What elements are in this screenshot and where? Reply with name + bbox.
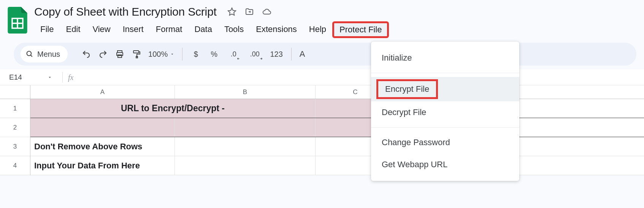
cell-a1-merged[interactable]: URL to Encrypt/Decrypt - (30, 99, 316, 118)
svg-rect-9 (133, 51, 139, 53)
dropdown-item-encrypt-file[interactable]: Encrypt File (376, 79, 438, 99)
font-family-dropdown[interactable]: A (297, 49, 308, 59)
protect-file-dropdown: Initialize Encrypt File Decrypt File Cha… (371, 42, 519, 181)
dropdown-item-change-password[interactable]: Change Password (371, 131, 519, 154)
search-icon (26, 50, 33, 58)
paint-format-button[interactable] (129, 47, 144, 61)
menubar: File Edit View Insert Format Data Tools … (34, 21, 636, 38)
decrease-decimal-button[interactable]: .0 (224, 47, 243, 61)
percent-format-button[interactable]: % (206, 50, 222, 59)
move-to-folder-icon[interactable] (245, 7, 254, 16)
row-header-1[interactable]: 1 (0, 99, 30, 118)
undo-icon (82, 50, 91, 59)
chevron-down-icon (170, 52, 174, 56)
svg-line-5 (31, 55, 32, 57)
cell-a4[interactable]: Input Your Data From Here (30, 156, 175, 175)
cell-b3[interactable] (175, 137, 316, 156)
dropdown-item-get-webapp-url[interactable]: Get Webapp URL (371, 154, 519, 176)
col-header-a[interactable]: A (30, 85, 175, 99)
cell-b4[interactable] (175, 156, 316, 175)
number-format-button[interactable]: 123 (267, 50, 286, 59)
zoom-dropdown[interactable]: 100% (146, 50, 177, 59)
menu-help[interactable]: Help (303, 21, 332, 38)
dropdown-item-initialize[interactable]: Initialize (371, 47, 519, 69)
menu-format[interactable]: Format (150, 21, 189, 38)
cell-b2[interactable] (175, 118, 316, 137)
row-header-3[interactable]: 3 (0, 137, 30, 156)
menu-file[interactable]: File (34, 21, 60, 38)
increase-decimal-button[interactable]: .00 (245, 47, 265, 61)
menus-search-chip[interactable]: Menus (21, 46, 68, 62)
redo-icon (98, 50, 108, 59)
menus-label: Menus (37, 50, 60, 59)
chevron-down-icon (47, 75, 52, 80)
formula-bar-fx-label: fx (68, 73, 73, 82)
menu-view[interactable]: View (86, 21, 116, 38)
cell-a3[interactable]: Don't Remove Above Rows (30, 137, 175, 156)
redo-button[interactable] (96, 47, 110, 61)
arrow-right-icon (259, 57, 264, 61)
select-all-corner[interactable] (0, 85, 30, 99)
currency-format-button[interactable]: $ (188, 50, 204, 59)
cell-a2[interactable] (30, 118, 175, 137)
star-icon[interactable] (227, 7, 236, 16)
col-header-b[interactable]: B (175, 85, 316, 99)
menu-tools[interactable]: Tools (218, 21, 250, 38)
name-box[interactable]: E14 (8, 73, 57, 82)
row-header-2[interactable]: 2 (0, 118, 30, 137)
zoom-value: 100% (148, 50, 168, 59)
spreadsheet-grid[interactable]: 1 2 3 4 A B C URL to Encrypt/Decrypt - D… (0, 85, 644, 175)
toolbar: Menus 100% $ % .0 .00 123 A (14, 43, 636, 66)
menu-insert[interactable]: Insert (117, 21, 150, 38)
paint-roller-icon (132, 50, 141, 59)
print-icon (115, 50, 124, 59)
cloud-status-icon[interactable] (262, 7, 271, 16)
cell-reference: E14 (9, 73, 22, 82)
sheets-logo[interactable] (8, 7, 27, 34)
undo-button[interactable] (79, 47, 94, 61)
menu-edit[interactable]: Edit (60, 21, 86, 38)
print-button[interactable] (113, 47, 127, 61)
row-header-4[interactable]: 4 (0, 156, 30, 175)
menu-protect-file[interactable]: Protect File (332, 21, 389, 38)
dropdown-item-decrypt-file[interactable]: Decrypt File (371, 101, 519, 123)
menu-extensions[interactable]: Extensions (250, 21, 303, 38)
menu-data[interactable]: Data (188, 21, 218, 38)
svg-marker-3 (228, 8, 236, 15)
svg-point-4 (27, 51, 32, 56)
arrow-left-icon (236, 57, 241, 61)
document-title[interactable]: Copy of Sheet with Encryption Script (34, 5, 217, 18)
